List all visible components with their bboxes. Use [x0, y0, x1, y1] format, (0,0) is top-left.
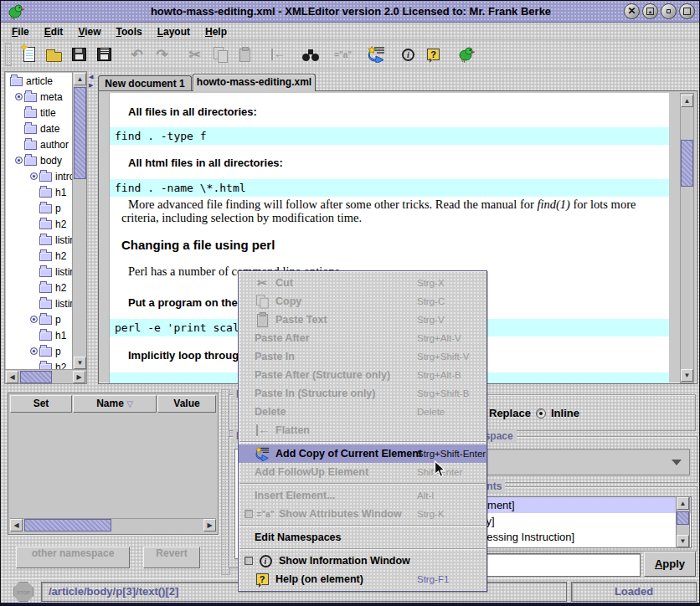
scroll-left-icon[interactable]: ◀	[6, 371, 18, 383]
tab-howto-mass-editing[interactable]: howto-mass-editing.xml	[193, 74, 316, 91]
expand-handle-icon[interactable]	[30, 172, 38, 180]
tree-item-meta[interactable]: meta	[6, 89, 73, 105]
scroll-down-icon[interactable]: ▼	[677, 535, 689, 547]
expand-handle-icon[interactable]	[15, 93, 23, 100]
list-item-comment[interactable]: [Comment]	[458, 497, 691, 513]
menu-item-paste-in[interactable]: Paste InStrg+Shift-V	[239, 347, 486, 366]
menu-item-help-on-element[interactable]: ?Help (on element)Strg-F1	[239, 570, 486, 588]
attributes-hscrollbar-thumb[interactable]	[24, 519, 111, 532]
paste-button[interactable]	[234, 44, 256, 66]
tree-item-date[interactable]: date	[6, 121, 73, 136]
tree-vertical-scrollbar[interactable]: ▲ ▼	[72, 72, 86, 370]
menu-item-paste-after[interactable]: Paste AfterStrg+Alt-V	[239, 329, 486, 347]
save-button[interactable]	[68, 44, 90, 66]
tree-item-p[interactable]: p	[6, 200, 73, 216]
tree-item-article[interactable]: article	[6, 73, 73, 89]
show-attributes-button[interactable]: ="a"	[332, 44, 354, 66]
list-item-entity[interactable]: [Entity]	[458, 513, 691, 529]
tree-item-h1[interactable]: h1	[6, 184, 73, 200]
logo-button[interactable]	[455, 44, 477, 66]
menu-help[interactable]: Help	[198, 24, 234, 39]
menu-item-delete[interactable]: DeleteDelete	[239, 403, 486, 421]
menu-item-paste-in-structure[interactable]: Paste In (Structure only)Strg+Shift-B	[239, 384, 486, 403]
tree-item-h1[interactable]: h1	[6, 327, 73, 343]
scroll-right-icon[interactable]: ▶	[203, 519, 216, 532]
menu-layout[interactable]: Layout	[150, 24, 198, 39]
shade-icon[interactable]: ▲	[642, 3, 658, 19]
tree-item-intro[interactable]: intro	[6, 168, 73, 184]
revert-button[interactable]: Revert	[143, 547, 200, 568]
maximize-icon[interactable]	[679, 3, 695, 19]
undo-button[interactable]: ↶	[126, 44, 148, 66]
save-all-button[interactable]	[93, 44, 116, 66]
menu-item-cut[interactable]: ✂CutStrg-X	[239, 274, 486, 292]
redo-button[interactable]: ↷	[151, 44, 173, 66]
add-copy-button[interactable]	[364, 44, 387, 66]
splitter-expand-icon[interactable]: ▶	[89, 82, 93, 89]
column-header-set[interactable]: Set	[10, 395, 72, 413]
document-scrollbar-thumb[interactable]	[681, 140, 693, 187]
tree-item-h2[interactable]: h2	[6, 280, 73, 295]
menu-item-edit-namespaces[interactable]: Edit Namespaces	[239, 528, 486, 547]
elements-list[interactable]: [Comment] [Entity] [Processing Instructi…	[457, 496, 692, 548]
list-item-text[interactable]: [Text]	[458, 545, 691, 548]
flatten-button[interactable]	[266, 44, 289, 66]
collapse-handle-icon[interactable]	[15, 157, 23, 164]
menu-item-show-attributes-window[interactable]: ="a"Show Attributes WindowStrg-K	[239, 505, 486, 523]
tree-horizontal-scrollbar[interactable]: ◀ ▶	[5, 369, 86, 383]
expand-handle-icon[interactable]	[30, 316, 38, 323]
column-header-value[interactable]: Value	[157, 395, 216, 413]
list-item-processing-instruction[interactable]: [Processing Instruction]	[458, 529, 691, 545]
tree-scrollbar-thumb[interactable]	[74, 87, 86, 179]
menu-item-add-followup-element[interactable]: Add FollowUp ElementShift-Enter	[239, 463, 486, 481]
namespace-dropdown[interactable]	[457, 449, 690, 475]
other-namespace-button[interactable]: other namespace	[16, 547, 130, 568]
expand-handle-icon[interactable]	[30, 347, 38, 355]
tree-item-author[interactable]: author	[6, 136, 73, 152]
stop-icon[interactable]: STOP	[13, 582, 33, 602]
copy-button[interactable]	[208, 44, 231, 66]
tree-item-p[interactable]: p	[6, 343, 73, 359]
apply-button[interactable]: Apply	[644, 552, 696, 577]
menu-item-insert-element[interactable]: Insert Element...Alt-I	[239, 486, 486, 505]
menu-item-paste-text[interactable]: Paste TextStrg-V	[239, 311, 486, 329]
checkbox-icon[interactable]	[244, 557, 253, 565]
scroll-left-icon[interactable]: ◀	[10, 519, 23, 532]
document-tree[interactable]: article meta title date author body intr…	[6, 73, 73, 370]
tree-item-p[interactable]: p	[6, 311, 73, 327]
menu-item-add-copy-of-current-element[interactable]: Add Copy of Current ElementStrg+Shift-En…	[239, 444, 486, 463]
new-document-button[interactable]	[18, 44, 40, 66]
splitter-collapse-icon[interactable]: ◀	[89, 74, 93, 80]
scroll-up-icon[interactable]: ▲	[681, 95, 693, 107]
tree-item-h2[interactable]: h2	[6, 216, 73, 232]
menu-view[interactable]: View	[70, 24, 108, 39]
menu-item-flatten[interactable]: Flatten	[239, 421, 486, 439]
elements-scrollbar-thumb[interactable]	[677, 511, 689, 525]
tree-item-h2[interactable]: h2	[6, 248, 73, 264]
tree-item-listing[interactable]: listing	[6, 232, 73, 248]
menu-item-show-information-window[interactable]: iShow Information Window	[239, 552, 486, 570]
scroll-down-icon[interactable]: ▼	[74, 357, 86, 369]
scroll-right-icon[interactable]: ▶	[73, 371, 85, 383]
close-icon[interactable]: ✕	[624, 3, 640, 19]
cut-button[interactable]: ✂	[183, 44, 206, 66]
document-vertical-scrollbar[interactable]: ▲ ▼	[680, 93, 694, 383]
open-file-button[interactable]	[43, 44, 65, 66]
minimize-icon[interactable]	[661, 3, 677, 19]
menu-item-paste-after-structure[interactable]: Paste After (Structure only)Strg+Alt-B	[239, 366, 486, 384]
inline-radio[interactable]	[536, 408, 546, 419]
replace-radio-label[interactable]: Replace	[489, 407, 531, 419]
menu-edit[interactable]: Edit	[37, 24, 71, 39]
tree-item-title[interactable]: title	[6, 105, 73, 121]
scroll-up-icon[interactable]: ▲	[74, 73, 86, 85]
elements-scrollbar[interactable]: ▲ ▼	[676, 496, 690, 548]
tree-item-listing[interactable]: listing	[6, 264, 73, 280]
toolbar-drag-handle[interactable]	[5, 43, 12, 66]
show-information-button[interactable]: i	[397, 44, 419, 66]
menu-tools[interactable]: Tools	[109, 24, 150, 39]
tree-hscrollbar-thumb[interactable]	[20, 371, 52, 383]
tree-item-listing[interactable]: listing	[6, 295, 73, 311]
menu-item-copy[interactable]: CopyStrg-C	[239, 292, 486, 311]
tab-new-document[interactable]: New document 1	[98, 75, 192, 91]
menu-file[interactable]: File	[4, 24, 37, 39]
